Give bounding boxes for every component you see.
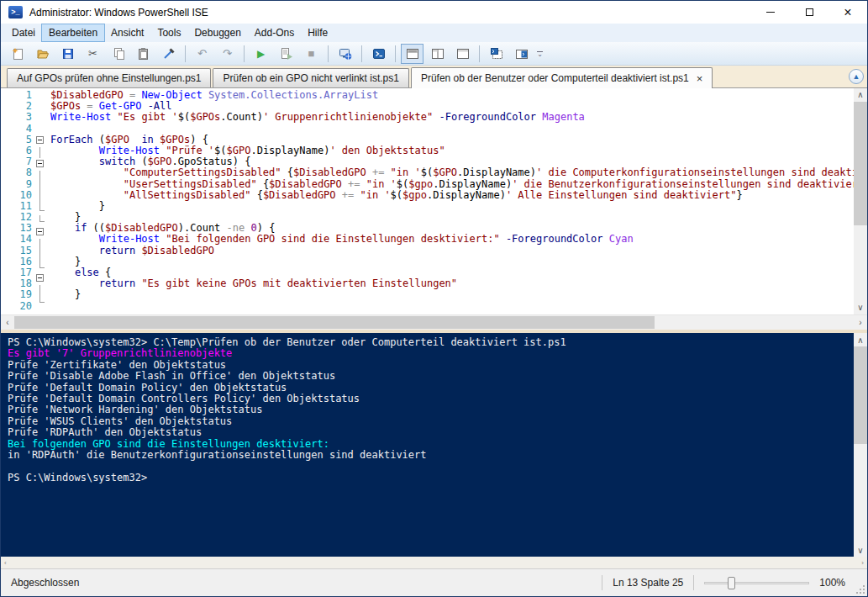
open-script-icon[interactable]: [31, 44, 54, 64]
tab-auf-gpos-pruefen[interactable]: Auf GPOs prüfen ohne Einstellungen.ps1: [7, 68, 211, 87]
console-vertical-scrollbar[interactable]: ∧ ∨: [854, 333, 867, 557]
copy-icon[interactable]: [107, 44, 129, 64]
console-line: Prüfe 'RDPAuth' den Objektstatus: [8, 427, 854, 438]
fold-collapse-icon[interactable]: [34, 136, 47, 147]
menu-ansicht[interactable]: Ansicht: [104, 24, 150, 41]
console-line: Es gibt '7' Gruppenrichtlinienobjekte: [8, 348, 854, 359]
cursor-position: Ln 13 Spalte 25: [613, 577, 683, 589]
code-line[interactable]: return $DisabledGPO: [50, 246, 854, 256]
fold-margin-cell: [34, 215, 47, 226]
zoom-slider-track[interactable]: [704, 582, 809, 584]
toolbar: ✂ ↶ ↷ ▶ ■ ⌄: [1, 42, 867, 66]
console-horizontal-scrollbar[interactable]: ‹ ›: [1, 557, 867, 568]
scroll-up-icon[interactable]: ∧: [854, 88, 867, 102]
stop-operation-icon[interactable]: ■: [300, 44, 323, 64]
code-line[interactable]: }: [50, 201, 854, 212]
fold-collapse-icon[interactable]: [34, 228, 47, 239]
code-line[interactable]: Write-Host "Es gibt '$($GPOs.Count)' Gru…: [50, 112, 854, 123]
show-command-window-icon[interactable]: [510, 44, 533, 64]
console-line: PS C:\Windows\system32>: [8, 473, 854, 483]
editor-horizontal-scrollbar[interactable]: ‹ ›: [1, 314, 867, 330]
menu-hilfe[interactable]: Hilfe: [301, 24, 334, 41]
powershell-ise-icon: >_: [8, 6, 23, 18]
fold-margin-cell: [34, 112, 47, 123]
scroll-down-icon[interactable]: ∨: [854, 301, 867, 314]
console-line: Prüfe 'Zertifikate' den Objektstatus: [8, 360, 854, 371]
run-script-icon[interactable]: ▶: [250, 44, 272, 64]
redo-icon[interactable]: ↷: [216, 44, 239, 64]
line-number: 3: [1, 112, 32, 123]
paste-icon[interactable]: [132, 44, 155, 64]
show-script-pane-right-icon[interactable]: [426, 44, 449, 64]
scroll-right-icon[interactable]: ›: [861, 559, 864, 567]
console-pane[interactable]: PS C:\Windows\system32> C:\Temp\Prüfen o…: [1, 333, 867, 557]
scroll-track[interactable]: [854, 346, 867, 543]
new-remote-powershell-tab-icon[interactable]: [334, 44, 356, 64]
resize-grip-icon[interactable]: [855, 584, 865, 594]
close-button[interactable]: ×: [829, 1, 867, 24]
fold-margin-cell: [34, 182, 47, 193]
start-powershell-exe-icon[interactable]: [367, 44, 390, 64]
scroll-up-icon[interactable]: ∧: [854, 333, 867, 346]
fold-collapse-icon[interactable]: [34, 274, 47, 285]
code-area[interactable]: $DisabledGPO = New-Object System.Collect…: [47, 88, 854, 314]
show-script-pane-icon[interactable]: [485, 44, 508, 64]
menu-tools[interactable]: Tools: [150, 24, 187, 41]
fold-collapse-icon[interactable]: [34, 160, 47, 171]
tab-gpo-nicht-verlinkt[interactable]: Prüfen ob ein GPO nicht verlinkt ist.ps1: [213, 68, 408, 87]
line-number: 15: [1, 246, 32, 256]
scroll-thumb[interactable]: [854, 102, 867, 225]
line-number: 20: [1, 301, 32, 312]
zoom-slider-thumb[interactable]: [728, 577, 735, 589]
toolbar-separator: [185, 45, 186, 62]
minimize-button[interactable]: [751, 1, 790, 24]
toolbar-separator: [395, 45, 396, 62]
collapse-script-pane-button[interactable]: ▲: [849, 69, 864, 84]
code-line[interactable]: [50, 301, 854, 312]
line-number: 8: [1, 167, 32, 178]
run-selection-icon[interactable]: [275, 44, 297, 64]
scroll-down-icon[interactable]: ∨: [854, 543, 867, 557]
scroll-thumb[interactable]: [854, 346, 867, 444]
code-line[interactable]: "AllSettingsDisabled" {$DisabledGPO += "…: [50, 190, 854, 201]
status-separator: [693, 575, 694, 590]
undo-icon[interactable]: ↶: [191, 44, 213, 64]
new-script-icon[interactable]: [6, 44, 29, 64]
clear-console-pane-icon[interactable]: [157, 44, 180, 64]
line-number-gutter: 1234567891011121314151617181920: [1, 88, 34, 314]
line-number: 10: [1, 190, 32, 201]
tab-close-icon[interactable]: ×: [697, 72, 703, 85]
cut-icon[interactable]: ✂: [82, 44, 104, 64]
fold-margin-cell: [34, 171, 47, 182]
scroll-right-icon[interactable]: ›: [854, 315, 867, 330]
menu-datei[interactable]: Datei: [5, 24, 42, 41]
console-output[interactable]: PS C:\Windows\system32> C:\Temp\Prüfen o…: [1, 333, 854, 557]
zoom-level: 100%: [819, 577, 845, 589]
tab-benutzer-computerteil-deaktiviert[interactable]: Prüfen ob der Benutzer oder Computerteil…: [411, 67, 713, 88]
code-fold-margin[interactable]: [34, 88, 47, 314]
scroll-track[interactable]: [854, 102, 867, 301]
show-script-pane-maximized-icon[interactable]: [451, 44, 474, 64]
scroll-thumb[interactable]: [14, 316, 655, 329]
menu-bearbeiten[interactable]: Bearbeiten: [42, 24, 104, 41]
scroll-track[interactable]: [14, 315, 854, 330]
editor-vertical-scrollbar[interactable]: ∧ ∨: [854, 88, 867, 314]
scroll-left-icon[interactable]: ‹: [1, 315, 14, 330]
maximize-button[interactable]: [790, 1, 829, 24]
code-line[interactable]: return "Es gibt keine GPOs mit deaktivie…: [50, 278, 854, 289]
scroll-left-icon[interactable]: ‹: [4, 559, 7, 567]
toolbar-overflow-icon[interactable]: ⌄: [537, 51, 543, 56]
menu-addons[interactable]: Add-Ons: [248, 24, 301, 41]
menu-debuggen[interactable]: Debuggen: [187, 24, 247, 41]
code-line[interactable]: }: [50, 256, 854, 267]
fold-margin-cell: [34, 296, 47, 307]
console-line: Prüfe 'Disable Adobe Flash in Office' de…: [8, 371, 854, 382]
line-number: 4: [1, 124, 32, 135]
show-script-pane-top-icon[interactable]: [401, 44, 423, 64]
console-line: in 'RDPAuth' die Benutzerkonfigurationse…: [8, 450, 854, 461]
code-line[interactable]: }: [50, 289, 854, 300]
script-editor-pane[interactable]: 1234567891011121314151617181920 $Disable…: [1, 88, 867, 314]
save-icon[interactable]: [56, 44, 79, 64]
zoom-slider[interactable]: [704, 576, 809, 589]
status-separator: [602, 575, 602, 590]
